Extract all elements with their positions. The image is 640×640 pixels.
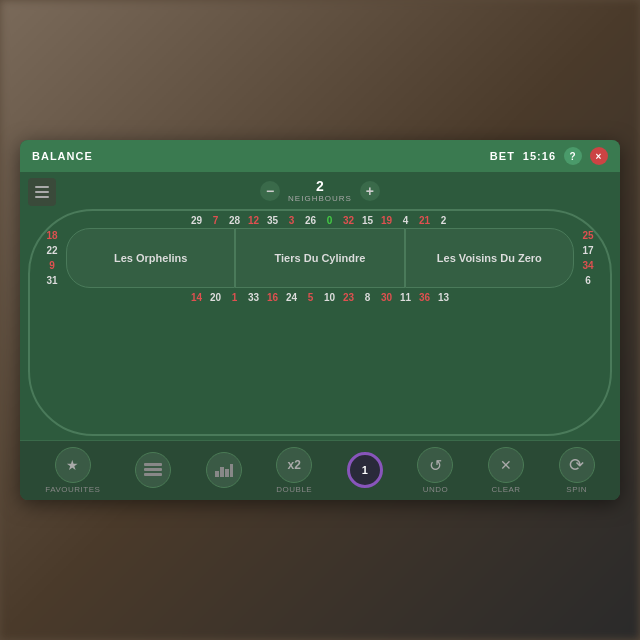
favourites-icon: ★ <box>55 447 91 483</box>
svg-rect-3 <box>215 471 219 477</box>
chip-icon: 1 <box>347 452 383 488</box>
bet-label: BET <box>490 150 515 162</box>
stats-icon <box>206 452 242 488</box>
help-button[interactable]: ? <box>564 147 582 165</box>
table-icon <box>135 452 171 488</box>
header-bar: BALANCE BET 15:16 ? × <box>20 140 620 172</box>
svg-rect-4 <box>220 467 224 477</box>
close-button[interactable]: × <box>590 147 608 165</box>
menu-line-3 <box>35 196 49 198</box>
stats-action[interactable] <box>206 452 242 490</box>
clear-label: CLEAR <box>491 485 520 494</box>
svg-rect-6 <box>230 464 233 477</box>
chip-action[interactable]: 1 <box>347 452 383 490</box>
svg-rect-1 <box>144 468 162 471</box>
spin-action[interactable]: ⟳ SPIN <box>559 447 595 494</box>
table-action[interactable] <box>135 452 171 490</box>
favourites-label: FAVOURITES <box>45 485 100 494</box>
game-body: − 2 NEIGHBOURS + 29 7 28 12 35 <box>20 172 620 500</box>
favourites-action[interactable]: ★ FAVOURITES <box>45 447 100 494</box>
header-left: BALANCE <box>32 150 93 162</box>
undo-icon: ↺ <box>417 447 453 483</box>
balance-label: BALANCE <box>32 150 93 162</box>
clear-icon: ✕ <box>488 447 524 483</box>
menu-line-2 <box>35 191 49 193</box>
time-display: 15:16 <box>523 150 556 162</box>
neighbours-value: 2 <box>312 178 328 194</box>
svg-rect-0 <box>144 463 162 466</box>
sub-header: − 2 NEIGHBOURS + <box>20 172 620 205</box>
neighbours-minus-button[interactable]: − <box>260 181 280 201</box>
oval-track <box>28 209 612 436</box>
neighbours-plus-button[interactable]: + <box>360 181 380 201</box>
neighbours-label: NEIGHBOURS <box>288 194 352 203</box>
svg-rect-5 <box>225 469 229 477</box>
neighbours-control: − 2 NEIGHBOURS + <box>260 178 380 203</box>
menu-line-1 <box>35 186 49 188</box>
spin-icon: ⟳ <box>559 447 595 483</box>
double-label: DOUBLE <box>276 485 312 494</box>
game-container: BALANCE BET 15:16 ? × − 2 NEIGHBOURS + <box>20 140 620 500</box>
undo-label: UNDO <box>423 485 449 494</box>
action-bar: ★ FAVOURITES <box>20 440 620 500</box>
svg-rect-2 <box>144 473 162 476</box>
double-icon: x2 <box>276 447 312 483</box>
spin-label: SPIN <box>566 485 587 494</box>
double-action[interactable]: x2 DOUBLE <box>276 447 312 494</box>
clear-action[interactable]: ✕ CLEAR <box>488 447 524 494</box>
undo-action[interactable]: ↺ UNDO <box>417 447 453 494</box>
menu-button[interactable] <box>28 178 56 206</box>
roulette-area: 29 7 28 12 35 3 26 0 32 15 19 4 21 2 <box>20 205 620 440</box>
header-right: BET 15:16 ? × <box>490 147 608 165</box>
